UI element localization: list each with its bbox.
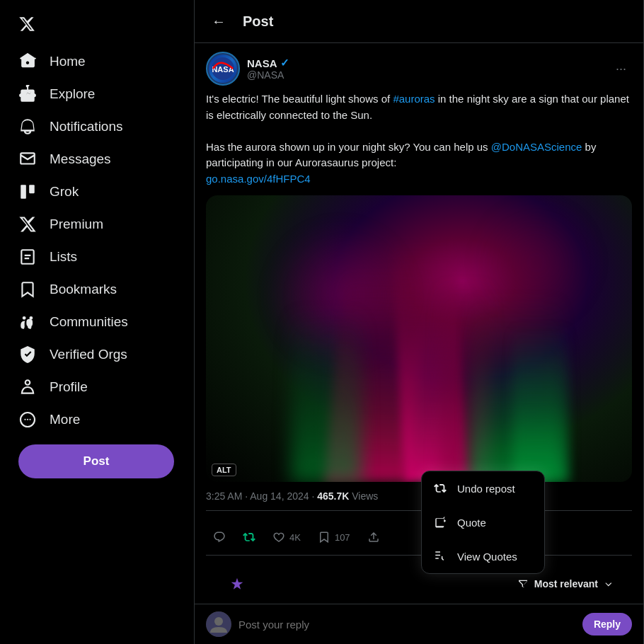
sidebar-item-messages[interactable]: Messages	[8, 143, 121, 176]
sidebar-item-lists[interactable]: Lists	[8, 241, 87, 273]
dropdown-view-quotes[interactable]: View Quotes	[422, 539, 544, 573]
bookmarks-icon	[18, 280, 37, 299]
explore-icon	[18, 85, 37, 103]
communities-icon	[18, 313, 37, 331]
profile-icon	[18, 378, 37, 396]
repost-icon	[433, 481, 447, 495]
dropdown-menu: Undo repost Quote View Quotes	[421, 471, 545, 574]
svg-rect-0	[21, 185, 26, 199]
sidebar-item-bookmarks[interactable]: Bookmarks	[8, 273, 127, 306]
sidebar-item-grok[interactable]: Grok	[8, 176, 88, 208]
dropdown-overlay[interactable]: Undo repost Quote View Quotes	[195, 0, 643, 644]
main-content: ← Post NASA NASA	[195, 0, 644, 644]
verified-orgs-icon	[18, 345, 37, 364]
sidebar-item-notifications[interactable]: Notifications	[8, 110, 133, 143]
sidebar-item-messages-label: Messages	[50, 151, 111, 167]
messages-icon	[18, 150, 37, 168]
sidebar-item-more[interactable]: More	[8, 403, 90, 436]
svg-rect-1	[29, 185, 35, 193]
sidebar-item-verified-orgs-label: Verified Orgs	[50, 347, 127, 362]
sidebar-item-home-label: Home	[50, 54, 86, 69]
notifications-icon	[18, 117, 37, 136]
sidebar-item-grok-label: Grok	[50, 184, 79, 200]
dropdown-quote[interactable]: Quote	[422, 505, 544, 539]
sidebar-item-more-label: More	[50, 412, 80, 427]
sidebar-item-lists-label: Lists	[50, 249, 77, 265]
x-logo-button[interactable]	[8, 6, 45, 42]
quote-icon	[433, 515, 447, 529]
premium-icon	[18, 215, 37, 234]
sidebar-item-home[interactable]: Home	[8, 45, 96, 78]
view-quotes-icon	[433, 549, 447, 563]
sidebar-item-communities-label: Communities	[50, 314, 128, 330]
sidebar-item-premium[interactable]: Premium	[8, 208, 113, 241]
home-icon	[18, 52, 37, 71]
sidebar-item-profile[interactable]: Profile	[8, 371, 98, 403]
post-button[interactable]: Post	[18, 444, 174, 478]
sidebar-item-verified-orgs[interactable]: Verified Orgs	[8, 338, 137, 371]
lists-icon	[18, 248, 37, 266]
sidebar-item-communities[interactable]: Communities	[8, 306, 138, 338]
sidebar-item-explore[interactable]: Explore	[8, 78, 105, 110]
sidebar-item-premium-label: Premium	[50, 217, 103, 232]
dropdown-undo-repost[interactable]: Undo repost	[422, 471, 544, 505]
sidebar-item-profile-label: Profile	[50, 379, 88, 395]
sidebar-item-explore-label: Explore	[50, 86, 95, 102]
sidebar: Home Explore Notifications Messages Grok…	[0, 0, 195, 644]
sidebar-item-notifications-label: Notifications	[50, 119, 123, 134]
sidebar-item-bookmarks-label: Bookmarks	[50, 282, 117, 297]
more-icon	[18, 410, 37, 429]
grok-icon	[18, 183, 37, 201]
